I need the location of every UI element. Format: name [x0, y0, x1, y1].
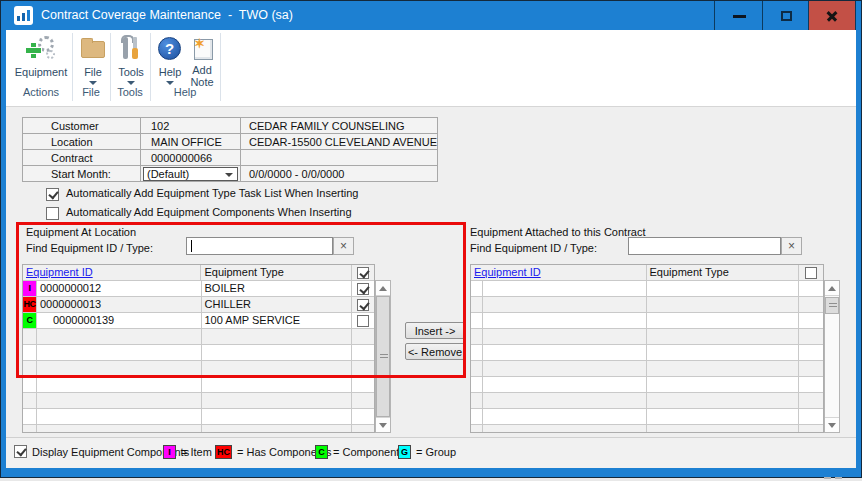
right-find-clear-button[interactable]: × [781, 237, 802, 255]
right-grid-scrollbar[interactable] [824, 280, 840, 433]
title-bar[interactable]: Contract Coverage Maintenance - TWO (sa) [1, 1, 861, 30]
customer-row: Customer 102 CEDAR FAMILY COUNSELING [23, 118, 438, 134]
equipment-type-cell [647, 313, 800, 328]
empty-row [23, 425, 374, 433]
row-checkbox[interactable] [357, 299, 369, 311]
equipment-type-cell [647, 329, 800, 344]
equipment-id-cell [37, 393, 202, 408]
equipment-type-column-header: Equipment Type [201, 265, 352, 280]
location-description: CEDAR-15500 CLEVELAND AVENUE [241, 134, 438, 150]
scroll-up-arrow[interactable] [825, 281, 839, 296]
customer-description: CEDAR FAMILY COUNSELING [241, 118, 438, 134]
equipment-attached-grid[interactable]: Equipment IDEquipment Type [470, 264, 824, 433]
help-icon: ? [156, 35, 184, 63]
auto-components-option[interactable]: Automatically Add Equipment Components W… [46, 206, 352, 220]
auto-task-list-option[interactable]: Automatically Add Equipment Type Task Li… [46, 187, 358, 201]
contract-row: Contract 0000000066 [23, 150, 438, 166]
equipment-id-cell [37, 409, 202, 424]
equipment-type-cell [202, 345, 353, 360]
equipment-id-column-header[interactable]: Equipment ID [474, 266, 541, 278]
contract-label: Contract [23, 150, 141, 166]
row-checkbox[interactable] [357, 283, 369, 295]
equipment-id-cell [483, 281, 647, 296]
start-month-dropdown[interactable]: (Default) [143, 167, 238, 181]
empty-row [471, 361, 823, 377]
equipment-type-cell [202, 329, 353, 344]
remove-button[interactable]: <- Remove [405, 343, 465, 360]
left-find-clear-button[interactable]: × [333, 237, 354, 255]
chevron-down-icon [89, 81, 97, 85]
equipment-type-cell: BOILER [202, 281, 353, 296]
row-type-badge: I [23, 281, 37, 296]
badge-cell [471, 393, 483, 408]
folder-icon [79, 35, 107, 63]
equipment-id-cell: 0000000012 [37, 281, 202, 296]
row-checkbox[interactable] [357, 315, 369, 327]
equipment-id-cell [483, 409, 647, 424]
left-grid-scrollbar[interactable] [375, 280, 391, 433]
equipment-id-cell [483, 361, 647, 376]
add-note-icon: ✶ [188, 35, 216, 63]
legend-badge-hc: HC [215, 445, 232, 459]
auto-task-list-checkbox[interactable] [46, 188, 59, 201]
display-components-checkbox[interactable] [14, 445, 27, 458]
empty-row [471, 377, 823, 393]
legend-badge-i: I [163, 445, 176, 459]
equipment-id-column-header[interactable]: Equipment ID [26, 266, 93, 278]
equipment-type-cell [647, 377, 800, 392]
badge-cell [23, 345, 37, 360]
auto-components-checkbox[interactable] [46, 207, 59, 220]
empty-row [471, 409, 823, 425]
location-value: MAIN OFFICE [141, 134, 241, 150]
left-find-input[interactable] [186, 237, 333, 255]
close-icon [825, 9, 839, 23]
scroll-up-arrow[interactable] [376, 281, 390, 296]
background-window-fragment [824, 477, 831, 479]
equipment-type-cell [647, 281, 800, 296]
right-find-input[interactable] [628, 237, 781, 255]
badge-cell [471, 377, 483, 392]
equipment-id-cell [483, 329, 647, 344]
minimize-button[interactable] [714, 1, 762, 30]
close-button[interactable] [808, 1, 856, 30]
maximize-button[interactable] [762, 1, 808, 30]
empty-row [23, 345, 374, 361]
legend-label: = Group [416, 446, 456, 458]
select-all-checkbox[interactable] [805, 267, 817, 279]
equipment-type-cell [202, 377, 353, 392]
empty-row [471, 393, 823, 409]
equipment-id-cell [37, 345, 202, 360]
grid-header: Equipment IDEquipment Type [23, 265, 374, 281]
equipment-type-cell [647, 409, 800, 424]
equipment-row[interactable]: I0000000012BOILER [23, 281, 374, 297]
empty-row [23, 377, 374, 393]
equipment-at-location-grid[interactable]: Equipment IDEquipment TypeI0000000012BOI… [22, 264, 375, 433]
badge-cell [471, 313, 483, 328]
scroll-down-arrow[interactable] [825, 417, 839, 432]
tools-icon [117, 35, 145, 63]
equipment-id-cell: 0000000013 [37, 297, 202, 312]
equipment-type-cell: CHILLER [202, 297, 353, 312]
badge-cell [23, 409, 37, 424]
row-type-badge: HC [23, 297, 37, 312]
scrollbar-thumb[interactable] [376, 296, 390, 417]
select-all-checkbox[interactable] [357, 267, 369, 279]
legend-label: = Item [181, 446, 212, 458]
equipment-row[interactable]: C0000000139100 AMP SERVICE [23, 313, 374, 329]
start-month-label: Start Month: [23, 166, 141, 182]
equipment-type-cell [647, 345, 800, 360]
badge-cell [471, 409, 483, 424]
equipment-row[interactable]: HC0000000013CHILLER [23, 297, 374, 313]
scroll-down-arrow[interactable] [376, 417, 390, 432]
insert-button[interactable]: Insert -> [405, 322, 465, 339]
empty-row [471, 281, 823, 297]
badge-cell [23, 361, 37, 376]
scrollbar-thumb[interactable] [825, 297, 839, 314]
equipment-id-cell [483, 425, 647, 433]
start-month-range: 0/0/0000 - 0/0/0000 [241, 166, 438, 182]
app-chart-icon [14, 6, 33, 25]
ribbon: Equipment File Tools ? Help [6, 30, 856, 107]
screen: Contract Coverage Maintenance - TWO (sa)… [0, 0, 862, 481]
equipment-type-cell: 100 AMP SERVICE [202, 313, 353, 328]
window-title: Contract Coverage Maintenance - TWO (sa) [41, 8, 293, 22]
